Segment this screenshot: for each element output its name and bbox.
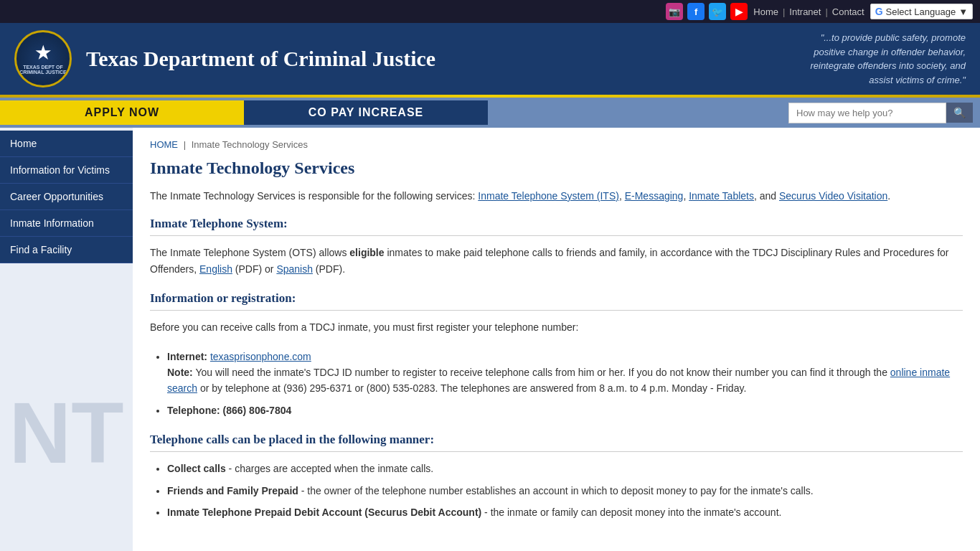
section-registration: Information or registration: Before you …	[150, 291, 963, 418]
select-language[interactable]: G Select Language ▼	[870, 4, 973, 19]
sidebar-item-inmate[interactable]: Inmate Information	[0, 210, 133, 237]
google-logo: G	[875, 6, 883, 17]
search-bar: 🔍	[788, 103, 973, 123]
its-link[interactable]: Inmate Telephone System (ITS)	[478, 190, 619, 202]
sidebar: Home Information for Victims Career Oppo…	[0, 128, 133, 551]
top-bar: 📷 f 🐦 ▶ Home | Intranet | Contact G Sele…	[0, 0, 980, 23]
select-language-label: Select Language	[886, 6, 956, 17]
logo-star: ★	[19, 43, 67, 63]
list-item-internet: Internet: texasprisonphone.com Note: You…	[167, 349, 963, 397]
section-heading-call-manner: Telephone calls can be placed in the fol…	[150, 433, 963, 452]
inmate-search-link[interactable]: online inmate search	[167, 367, 950, 394]
top-nav-links: Home | Intranet | Contact	[753, 6, 864, 17]
english-pdf-link[interactable]: English	[199, 263, 232, 275]
breadcrumb-current: Inmate Technology Services	[192, 139, 308, 150]
sep2: |	[825, 6, 827, 17]
intro-text: The Inmate Technology Services is respon…	[150, 188, 963, 204]
sidebar-item-victims[interactable]: Information for Victims	[0, 157, 133, 184]
emessaging-link[interactable]: E-Messaging	[625, 190, 684, 202]
spanish-pdf-link[interactable]: Spanish	[276, 263, 313, 275]
home-link[interactable]: Home	[753, 6, 778, 17]
section-body-registration: Before you can receive calls from a TDCJ…	[150, 319, 963, 335]
page-title: Inmate Technology Services	[150, 159, 963, 178]
header-title: Texas Department of Criminal Justice	[86, 47, 772, 71]
section-heading-registration: Information or registration:	[150, 291, 963, 311]
apply-now-button[interactable]: APPLY NOW	[0, 100, 244, 125]
call-manner-list: Collect calls - charges are accepted whe…	[167, 461, 963, 520]
agency-logo: ★ TEXAS DEPT OFCRIMINAL JUSTICE	[14, 30, 72, 88]
list-item-debit: Inmate Telephone Prepaid Debit Account (…	[167, 504, 963, 520]
twitter-icon[interactable]: 🐦	[709, 3, 726, 20]
content-area: HOME | Inmate Technology Services Inmate…	[133, 128, 980, 551]
sidebar-item-home[interactable]: Home	[0, 131, 133, 157]
section-call-manner: Telephone calls can be placed in the fol…	[150, 433, 963, 520]
prison-phone-link[interactable]: texasprisonphone.com	[210, 351, 311, 362]
list-item-telephone: Telephone: (866) 806-7804	[167, 402, 963, 418]
registration-list: Internet: texasprisonphone.com Note: You…	[167, 349, 963, 419]
tablets-link[interactable]: Inmate Tablets	[689, 190, 754, 202]
header: ★ TEXAS DEPT OFCRIMINAL JUSTICE Texas De…	[0, 23, 980, 95]
action-bar: APPLY NOW CO PAY INCREASE 🔍	[0, 98, 980, 128]
sidebar-item-careers[interactable]: Career Opportunities	[0, 184, 133, 210]
contact-link[interactable]: Contact	[832, 6, 864, 17]
breadcrumb-home[interactable]: HOME	[150, 139, 178, 150]
intranet-link[interactable]: Intranet	[789, 6, 821, 17]
securus-link[interactable]: Securus Video Visitation	[779, 190, 887, 202]
main-layout: Home Information for Victims Career Oppo…	[0, 128, 980, 551]
section-heading-telephone: Inmate Telephone System:	[150, 217, 963, 236]
list-item-collect: Collect calls - charges are accepted whe…	[167, 461, 963, 476]
breadcrumb: HOME | Inmate Technology Services	[150, 139, 963, 150]
sidebar-item-facility[interactable]: Find a Facility	[0, 237, 133, 263]
search-input[interactable]	[788, 103, 946, 123]
sep1: |	[783, 6, 785, 17]
search-button[interactable]: 🔍	[946, 103, 973, 123]
watermark: NT	[0, 307, 133, 551]
social-icons: 📷 f 🐦 ▶	[666, 3, 748, 20]
facebook-icon[interactable]: f	[687, 3, 705, 20]
list-item-prepaid: Friends and Family Prepaid - the owner o…	[167, 483, 963, 499]
youtube-icon[interactable]: ▶	[730, 3, 748, 20]
breadcrumb-sep: |	[184, 139, 186, 150]
instagram-icon[interactable]: 📷	[666, 3, 683, 20]
co-pay-button[interactable]: CO PAY INCREASE	[244, 100, 488, 125]
header-quote: "...to provide public safety, promote po…	[786, 31, 966, 87]
chevron-down-icon: ▼	[958, 6, 968, 17]
section-telephone-system: Inmate Telephone System: The Inmate Tele…	[150, 217, 963, 277]
section-body-telephone: The Inmate Telephone System (OTS) allows…	[150, 245, 963, 277]
